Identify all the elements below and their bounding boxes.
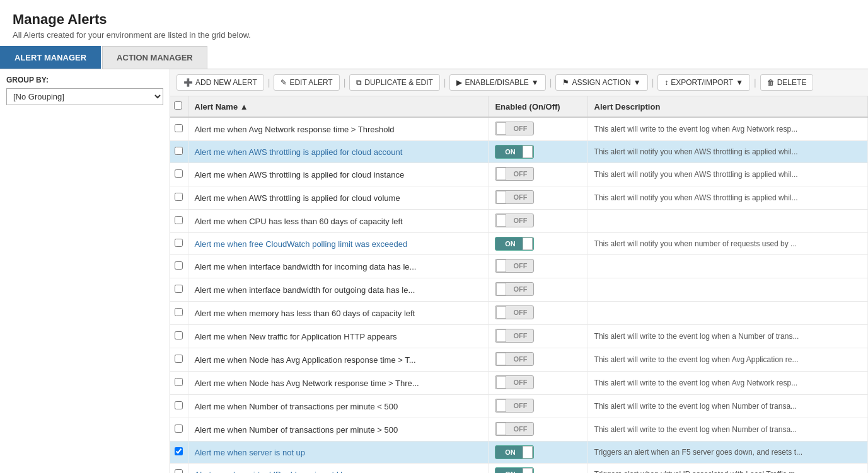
row-checkbox[interactable] xyxy=(175,193,183,201)
row-alert-name: Alert me when Avg Network response time … xyxy=(188,117,489,141)
toolbar: ➕ ADD NEW ALERT | ✎ EDIT ALERT | ⧉ DUPLI… xyxy=(170,69,868,96)
toggle-off[interactable]: OFF xyxy=(495,259,534,273)
edit-icon: ✎ xyxy=(281,78,287,87)
row-checkbox-cell xyxy=(170,233,188,255)
table-row: Alert me when AWS throttling is applied … xyxy=(170,141,868,163)
row-checkbox[interactable] xyxy=(175,378,183,386)
toggle-off[interactable]: OFF xyxy=(495,167,534,181)
table-row: Alert me when CPU has less than 60 days … xyxy=(170,210,868,233)
row-alert-name: Alert me when AWS throttling is applied … xyxy=(188,186,489,210)
toggle-off[interactable]: OFF xyxy=(495,375,534,389)
alert-name-text: Alert me when AWS throttling is applied … xyxy=(195,193,400,203)
main-content: ➕ ADD NEW ALERT | ✎ EDIT ALERT | ⧉ DUPLI… xyxy=(170,69,868,473)
tab-alert-manager[interactable]: ALERT MANAGER xyxy=(0,46,101,69)
row-checkbox[interactable] xyxy=(175,285,183,293)
col-alert-name[interactable]: Alert Name ▲ xyxy=(188,96,489,117)
sep-4: | xyxy=(550,77,552,88)
row-toggle: OFF xyxy=(489,255,587,278)
row-checkbox[interactable] xyxy=(175,447,183,455)
table-row: Alert me when Number of transactions per… xyxy=(170,418,868,442)
toggle-off[interactable]: OFF xyxy=(495,122,534,135)
alert-name-link[interactable]: Alert me when free CloudWatch polling li… xyxy=(195,239,408,249)
export-import-button[interactable]: ↕ EXPORT/IMPORT ▼ xyxy=(657,74,750,91)
row-alert-name: Alert me when AWS throttling is applied … xyxy=(188,163,489,186)
row-alert-name: Alert me when Node has Avg Application r… xyxy=(188,348,489,372)
toggle-on[interactable]: ON xyxy=(495,445,534,459)
col-checkbox xyxy=(170,96,188,117)
delete-button[interactable]: 🗑 DELETE xyxy=(760,74,814,91)
table-row: Alert me when AWS throttling is applied … xyxy=(170,163,868,186)
toggle-on[interactable]: ON xyxy=(495,467,534,473)
table-row: Alert me when interface bandwidth for in… xyxy=(170,255,868,278)
toggle-off[interactable]: OFF xyxy=(495,352,534,366)
sep-5: | xyxy=(652,77,654,88)
table-row: Alert me when Number of transactions per… xyxy=(170,395,868,418)
row-checkbox[interactable] xyxy=(175,239,183,247)
row-checkbox-cell xyxy=(170,325,188,348)
row-checkbox[interactable] xyxy=(175,147,183,155)
row-checkbox-cell xyxy=(170,117,188,141)
table-header-row: Alert Name ▲ Enabled (On/Off) Alert Desc… xyxy=(170,96,868,117)
row-checkbox-cell xyxy=(170,442,188,464)
alert-name-text: Alert me when New traffic for Applicatio… xyxy=(195,332,397,341)
row-checkbox[interactable] xyxy=(175,469,183,473)
row-description: This alert will notify you when AWS thro… xyxy=(587,163,867,186)
assign-action-button[interactable]: ⚑ ASSIGN ACTION ▼ xyxy=(555,74,647,91)
toggle-off[interactable]: OFF xyxy=(495,305,534,319)
toggle-off[interactable]: OFF xyxy=(495,329,534,343)
row-checkbox-cell xyxy=(170,302,188,325)
row-checkbox[interactable] xyxy=(175,331,183,339)
row-alert-name: Alert me when free CloudWatch polling li… xyxy=(188,233,489,255)
toggle-off[interactable]: OFF xyxy=(495,399,534,413)
row-checkbox[interactable] xyxy=(175,425,183,433)
duplicate-edit-button[interactable]: ⧉ DUPLICATE & EDIT xyxy=(349,74,439,91)
row-checkbox[interactable] xyxy=(175,169,183,178)
enable-disable-button[interactable]: ▶ ENABLE/DISABLE ▼ xyxy=(449,74,545,91)
row-toggle: OFF xyxy=(489,325,587,348)
row-toggle: OFF xyxy=(489,348,587,372)
row-checkbox[interactable] xyxy=(175,401,183,409)
toggle-on[interactable]: ON xyxy=(495,145,534,159)
row-description: This alert will write to the event log w… xyxy=(587,348,867,372)
alert-name-link[interactable]: Alert me when AWS throttling is applied … xyxy=(195,147,403,157)
table-row: Alert me when Node has Avg Application r… xyxy=(170,348,868,372)
page-title: Manage Alerts xyxy=(13,11,855,28)
alert-name-text: Alert me when CPU has less than 60 days … xyxy=(195,217,403,226)
row-description: This alert will write to the event log w… xyxy=(587,325,867,348)
row-toggle: OFF xyxy=(489,210,587,233)
row-checkbox[interactable] xyxy=(175,216,183,224)
page-subtitle: All Alerts created for your environment … xyxy=(13,30,855,40)
row-toggle: ON xyxy=(489,464,587,474)
toggle-off[interactable]: OFF xyxy=(495,422,534,436)
toggle-off[interactable]: OFF xyxy=(495,190,534,204)
col-enabled: Enabled (On/Off) xyxy=(489,96,587,117)
toggle-off[interactable]: OFF xyxy=(495,282,534,296)
select-all-checkbox[interactable] xyxy=(174,101,182,110)
row-alert-name: Alert me when AWS throttling is applied … xyxy=(188,141,489,163)
toggle-on[interactable]: ON xyxy=(495,237,534,251)
alert-name-link[interactable]: Alert me when virtual IP address is not … xyxy=(195,470,349,474)
row-checkbox[interactable] xyxy=(175,308,183,316)
table-row: Alert me when Node has Avg Network respo… xyxy=(170,372,868,395)
table-row: Alert me when server is not up ON Trigge… xyxy=(170,442,868,464)
row-checkbox[interactable] xyxy=(175,124,183,132)
row-toggle: OFF xyxy=(489,372,587,395)
row-checkbox[interactable] xyxy=(175,261,183,270)
table-row: Alert me when AWS throttling is applied … xyxy=(170,186,868,210)
row-alert-name: Alert me when CPU has less than 60 days … xyxy=(188,210,489,233)
row-alert-name: Alert me when Number of transactions per… xyxy=(188,395,489,418)
row-description: Triggers an alert when an F5 server goes… xyxy=(587,442,867,464)
alert-name-link[interactable]: Alert me when server is not up xyxy=(195,448,306,457)
row-checkbox[interactable] xyxy=(175,355,183,363)
alert-name-text: Alert me when Number of transactions per… xyxy=(195,402,398,411)
alerts-table: Alert Name ▲ Enabled (On/Off) Alert Desc… xyxy=(170,96,868,473)
row-description: This alert will notify you when AWS thro… xyxy=(587,186,867,210)
add-new-alert-button[interactable]: ➕ ADD NEW ALERT xyxy=(176,74,264,91)
alert-name-text: Alert me when Node has Avg Network respo… xyxy=(195,379,419,388)
export-icon: ↕ xyxy=(664,78,668,87)
group-by-select[interactable]: [No Grouping] xyxy=(6,88,163,105)
edit-alert-button[interactable]: ✎ EDIT ALERT xyxy=(274,74,339,91)
toggle-off[interactable]: OFF xyxy=(495,214,534,227)
tab-action-manager[interactable]: ACTION MANAGER xyxy=(102,46,207,69)
row-description: This alert will notify you when AWS thro… xyxy=(587,141,867,163)
